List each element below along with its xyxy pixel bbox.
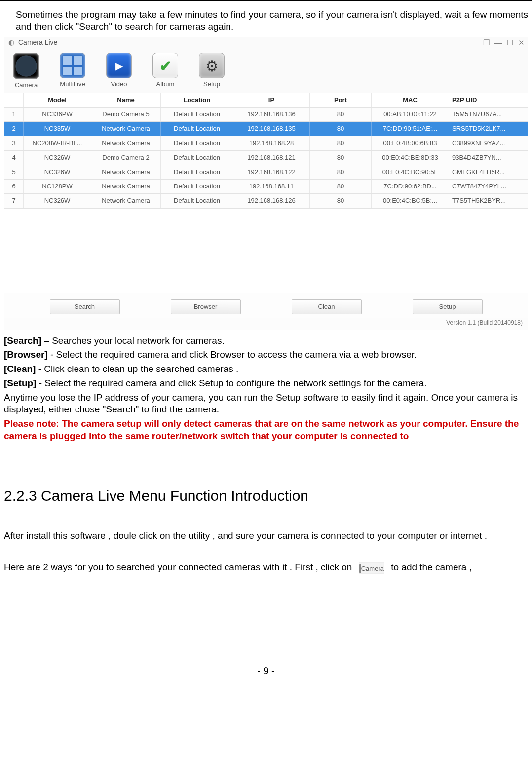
cell-name: Network Camera <box>91 136 161 150</box>
setup-icon <box>199 53 225 78</box>
close-icon[interactable]: ✕ <box>518 38 525 48</box>
cell-index: 1 <box>4 108 24 121</box>
cell-port: 80 <box>310 151 372 165</box>
cell-mac: 00:AB:10:00:11:22 <box>372 108 449 121</box>
cell-mac: 00:E0:4B:00:6B:83 <box>372 136 449 150</box>
table-row[interactable]: 4NC326WDemo Camera 2Default Location192.… <box>4 151 528 165</box>
cell-port: 80 <box>310 180 372 193</box>
col-ip: IP <box>233 93 310 107</box>
maximize-icon[interactable]: ☐ <box>507 38 513 48</box>
def-setup: [Setup] - Select the required camera and… <box>4 377 528 390</box>
toolbar-label: Album <box>156 80 175 88</box>
table-row[interactable]: 3NC208W-IR-BL...Network CameraDefault Lo… <box>4 136 528 150</box>
intro-paragraph: Sometimes the program may take a few min… <box>4 9 528 35</box>
table-row[interactable]: 6NC128PWNetwork CameraDefault Location19… <box>4 180 528 194</box>
cell-index: 7 <box>4 194 24 208</box>
button-row: Search Browser Clean Setup <box>4 293 528 318</box>
table-row[interactable]: 7NC326WNetwork CameraDefault Location192… <box>4 194 528 208</box>
album-icon <box>152 53 178 78</box>
browser-button[interactable]: Browser <box>171 299 241 314</box>
cell-location: Default Location <box>161 165 233 179</box>
cell-port: 80 <box>310 136 372 150</box>
camera-table: Model Name Location IP Port MAC P2P UID … <box>4 93 528 293</box>
cell-uid: C7WT847Y4PYL... <box>449 180 528 193</box>
def-clean: [Clean] - Click clean to clean up the se… <box>4 363 528 375</box>
cell-ip: 192.168.168.121 <box>233 151 310 165</box>
cell-mac: 7C:DD:90:62:BD... <box>372 180 449 193</box>
cell-location: Default Location <box>161 151 233 165</box>
cell-location: Default Location <box>161 180 233 193</box>
camera-live-window: ◐ Camera Live ❐ — ☐ ✕ CameraMultiLiveVid… <box>4 37 528 330</box>
titlebar: ◐ Camera Live ❐ — ☐ ✕ <box>4 37 528 49</box>
cell-port: 80 <box>310 194 372 208</box>
col-mac: MAC <box>372 93 449 107</box>
cell-model: NC208W-IR-BL... <box>24 136 91 150</box>
section-heading: 2.2.3 Camera Live Menu Function Introduc… <box>4 486 528 505</box>
clean-button[interactable]: Clean <box>292 299 362 314</box>
cell-location: Default Location <box>161 194 233 208</box>
cell-index: 2 <box>4 122 24 136</box>
cell-location: Default Location <box>161 122 233 136</box>
cell-port: 80 <box>310 122 372 136</box>
cell-model: NC128PW <box>24 180 91 193</box>
cell-ip: 192.168.168.136 <box>233 108 310 121</box>
cell-ip: 192.168.168.122 <box>233 165 310 179</box>
cell-model: NC336PW <box>24 108 91 121</box>
toolbar-setup[interactable]: Setup <box>197 53 227 89</box>
table-row[interactable]: 2NC335WNetwork CameraDefault Location192… <box>4 122 528 136</box>
cell-name: Demo Camera 5 <box>91 108 161 121</box>
after-install-paragraph: After install this software , doule clic… <box>4 530 528 542</box>
search-button[interactable]: Search <box>50 299 120 314</box>
window-title: Camera Live <box>18 38 57 47</box>
toolbar-video[interactable]: Video <box>104 53 134 89</box>
cell-name: Demo Camera 2 <box>91 151 161 165</box>
toolbar-album[interactable]: Album <box>151 53 180 89</box>
cell-mac: 7C:DD:90:51:AE:... <box>372 122 449 136</box>
toolbar-label: Setup <box>203 80 220 88</box>
cell-model: NC326W <box>24 151 91 165</box>
table-row[interactable]: 1NC336PWDemo Camera 5Default Location192… <box>4 108 528 122</box>
cell-uid: GMFGKF4LH5R... <box>449 165 528 179</box>
def-search: [Search] – Searches your local network f… <box>4 335 528 347</box>
table-empty-area <box>4 209 528 293</box>
cell-name: Network Camera <box>91 122 161 136</box>
anytime-paragraph: Anytime you lose the IP address of your … <box>4 392 528 416</box>
cell-mac: 00:E0:4C:BC:90:5F <box>372 165 449 179</box>
col-model: Model <box>24 93 91 107</box>
cell-mac: 00:E0:4C:BE:8D:33 <box>372 151 449 165</box>
version-label: Version 1.1 (Build 20140918) <box>4 318 528 330</box>
cell-index: 6 <box>4 180 24 193</box>
cell-ip: 192.168.168.28 <box>233 136 310 150</box>
cell-model: NC326W <box>24 194 91 208</box>
restore-icon[interactable]: ❐ <box>483 38 490 48</box>
minimize-icon[interactable]: — <box>494 38 502 48</box>
table-row[interactable]: 5NC326WNetwork CameraDefault Location192… <box>4 165 528 180</box>
toolbar-camera[interactable]: Camera <box>11 53 41 89</box>
cam-icon <box>13 53 39 79</box>
cell-location: Default Location <box>161 136 233 150</box>
cell-model: NC326W <box>24 165 91 179</box>
page-number: - 9 - <box>4 665 528 677</box>
col-name: Name <box>91 93 161 107</box>
toolbar-label: Video <box>111 80 127 88</box>
toolbar-multilive[interactable]: MultiLive <box>58 53 87 89</box>
col-index <box>4 93 24 107</box>
col-p2puid: P2P UID <box>449 93 528 107</box>
cell-port: 80 <box>310 108 372 121</box>
cell-uid: SRS5TD5K2LK7... <box>449 122 528 136</box>
cell-index: 5 <box>4 165 24 179</box>
ways-paragraph: Here are 2 ways for you to searched your… <box>4 561 528 574</box>
cell-name: Network Camera <box>91 165 161 179</box>
toolbar-label: MultiLive <box>60 80 85 88</box>
cell-ip: 192.168.168.135 <box>233 122 310 136</box>
cell-index: 3 <box>4 136 24 150</box>
cell-location: Default Location <box>161 108 233 121</box>
cell-name: Network Camera <box>91 194 161 208</box>
cell-uid: T5M5TN7U67A... <box>449 108 528 121</box>
cell-uid: 93B4D4ZB7YN... <box>449 151 528 165</box>
col-port: Port <box>310 93 372 107</box>
cell-model: NC335W <box>24 122 91 136</box>
cell-uid: C3899XNE9YAZ... <box>449 136 528 150</box>
inline-camera-icon: Camera <box>359 562 384 574</box>
setup-button[interactable]: Setup <box>413 299 483 314</box>
